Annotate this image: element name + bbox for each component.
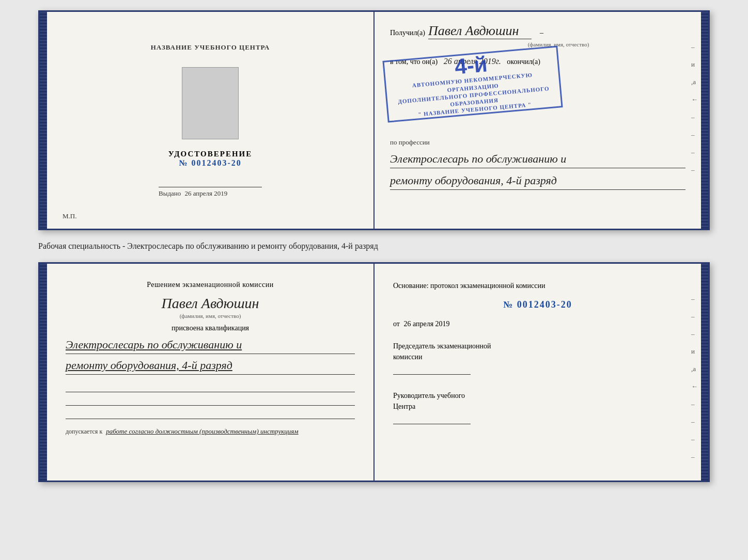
- ot-section: от 26 апреля 2019: [393, 317, 682, 330]
- qual-line1: Электрослесарь по обслуживанию и: [66, 335, 355, 354]
- prot-number: № 0012403-20: [393, 296, 682, 313]
- book-spine-bottom: [40, 264, 47, 481]
- rukov-line2: Центра: [393, 401, 682, 412]
- top-right-page: Получил(a) Павел Авдюшин – (фамилия, имя…: [375, 12, 701, 229]
- bottom-document-book: Решением экзаменационной комиссии Павел …: [38, 262, 710, 482]
- sig-line-3: [66, 410, 355, 419]
- between-text: Рабочая специальность - Электрослесарь п…: [38, 239, 710, 253]
- predsed-line2: комиссии: [393, 351, 682, 362]
- profession-line2: ремонту оборудования, 4-й разряд: [390, 171, 685, 190]
- vydano-line: Выдано 26 апреля 2019: [159, 189, 262, 198]
- fio-label-top: (фамилия, имя, отчество): [431, 41, 685, 47]
- predsed-sig-line: [393, 365, 471, 375]
- top-document-book: НАЗВАНИЕ УЧЕБНОГО ЦЕНТРА УДОСТОВЕРЕНИЕ №…: [38, 10, 710, 230]
- vydano-date: 26 апреля 2019: [185, 189, 228, 197]
- profession-line1: Электрослесарь по обслуживанию и: [390, 150, 685, 168]
- mp-label: М.П.: [63, 212, 76, 220]
- predsed-section: Председатель экзаменационной комиссии: [393, 341, 682, 378]
- bottom-right-page: Основание: протокол экзаменационной коми…: [375, 264, 701, 481]
- recipient-name: Павел Авдюшин: [428, 23, 519, 38]
- top-left-center-title: НАЗВАНИЕ УЧЕБНОГО ЦЕНТРА: [151, 43, 270, 52]
- top-left-page: НАЗВАНИЕ УЧЕБНОГО ЦЕНТРА УДОСТОВЕРЕНИЕ №…: [47, 12, 375, 229]
- right-edge-marks-bottom: – – – и ,а ← – – – –: [691, 295, 698, 461]
- rukov-line1: Руководитель учебного: [393, 390, 682, 401]
- udost-number: № 0012403-20: [168, 158, 253, 168]
- resheniem-title: Решением экзаменационной комиссии: [66, 279, 355, 290]
- udost-section: УДОСТОВЕРЕНИЕ № 0012403-20: [168, 150, 253, 168]
- book-spine-bottom-right: [701, 264, 708, 481]
- prisvoena-text: присвоена квалификация: [66, 324, 355, 332]
- dopuskaetsya-text: работе согласно должностным (производств…: [106, 427, 298, 435]
- bottom-recipient-name: Павел Авдюшин: [66, 295, 355, 312]
- vydano-section: Выдано 26 апреля 2019: [159, 178, 262, 198]
- osnov-label: Основание: протокол экзаменационной коми…: [393, 282, 545, 290]
- profession-section: по профессии Электрослесарь по обслужива…: [390, 138, 685, 190]
- bottom-left-page: Решением экзаменационной комиссии Павел …: [47, 264, 375, 481]
- sig-line-2: [66, 396, 355, 406]
- rukov-sig-line: [393, 415, 471, 424]
- ot-label: от: [393, 320, 400, 328]
- osnov-section: Основание: протокол экзаменационной коми…: [393, 279, 682, 330]
- dopuskaetsya-prefix: допускается к: [66, 428, 102, 435]
- stamp-big-text: 4-й: [454, 54, 489, 78]
- po-professii-label: по профессии: [390, 138, 685, 147]
- qual-section: Электрослесарь по обслуживанию и ремонту…: [66, 335, 355, 375]
- qual-line2: ремонту оборудования, 4-й разряд: [66, 356, 355, 375]
- rukov-section: Руководитель учебного Центра: [393, 390, 682, 427]
- dopuskaetsya-section: допускается к работе согласно должностны…: [66, 427, 355, 436]
- fio-label-bottom: (фамилия, имя, отчество): [66, 313, 355, 319]
- signature-lines: [66, 383, 355, 419]
- sig-line-1: [66, 383, 355, 392]
- book-spine-top-right: [701, 12, 708, 229]
- book-spine-top: [40, 12, 47, 229]
- vydano-label: Выдано: [159, 189, 181, 197]
- predsed-line1: Председатель экзаменационной: [393, 341, 682, 351]
- right-edge-marks-top: – и ,а ← – – – –: [691, 43, 698, 174]
- poluchil-section: Получил(a) Павел Авдюшин –: [390, 23, 685, 39]
- ot-date: 26 апреля 2019: [403, 320, 449, 328]
- udost-title: УДОСТОВЕРЕНИЕ: [168, 150, 253, 158]
- photo-placeholder: [182, 67, 239, 139]
- specialty-text: Рабочая специальность - Электрослесарь п…: [38, 242, 378, 250]
- poluchil-label: Получил(a): [390, 29, 425, 37]
